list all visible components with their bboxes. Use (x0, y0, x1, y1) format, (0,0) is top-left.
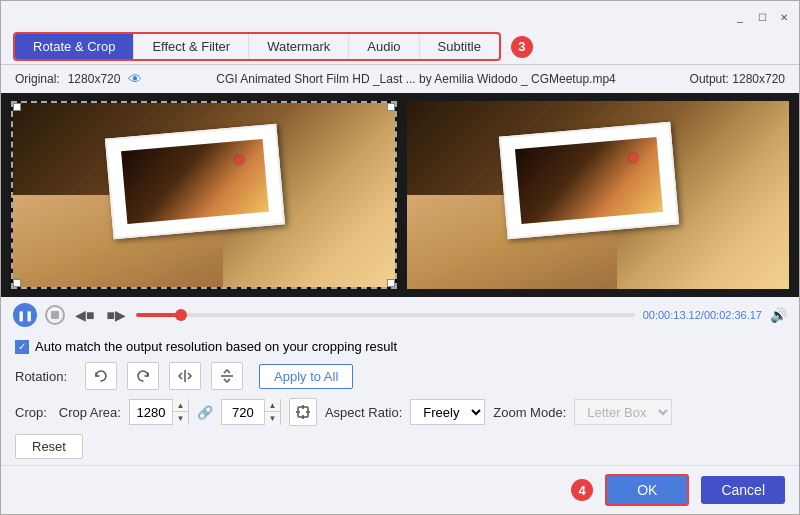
original-label: Original: (15, 72, 60, 86)
crop-handle-br[interactable] (387, 279, 395, 287)
time-display: 00:00:13.12/00:02:36.17 (643, 309, 762, 321)
step-badge-3: 3 (511, 36, 533, 58)
volume-icon[interactable]: 🔊 (770, 307, 787, 323)
aspect-label: Aspect Ratio: (325, 405, 402, 420)
crop-width-input-group: ▲ ▼ (129, 399, 189, 425)
tab-audio[interactable]: Audio (349, 34, 419, 59)
pause-button[interactable]: ❚❚ (13, 303, 37, 327)
output-res: 1280x720 (732, 72, 785, 86)
tab-group: Rotate & Crop Effect & Filter Watermark … (13, 32, 501, 61)
crop-height-input[interactable] (222, 400, 264, 424)
output-label: Output: (690, 72, 729, 86)
minimize-button[interactable]: ⎯ (733, 10, 747, 24)
close-button[interactable]: ✕ (777, 10, 791, 24)
crop-width-input[interactable] (130, 400, 172, 424)
crop-height-up[interactable]: ▲ (264, 399, 280, 412)
video-panel-left (11, 101, 397, 289)
crop-handle-tl[interactable] (13, 103, 21, 111)
crop-center-button[interactable] (289, 398, 317, 426)
progress-bar[interactable] (136, 313, 635, 317)
progress-thumb[interactable] (175, 309, 187, 321)
reset-button[interactable]: Reset (15, 434, 83, 459)
output-info: Output: 1280x720 (690, 72, 785, 86)
skip-forward-button[interactable]: ■▶ (104, 305, 127, 325)
crop-row: Crop: Crop Area: ▲ ▼ 🔗 ▲ ▼ (15, 398, 785, 426)
tab-rotate-crop[interactable]: Rotate & Crop (15, 34, 134, 59)
crop-height-down[interactable]: ▼ (264, 412, 280, 425)
flip-horizontal-button[interactable] (169, 362, 201, 390)
video-content-right (407, 101, 789, 289)
maximize-button[interactable]: ☐ (755, 10, 769, 24)
auto-match-checkbox[interactable]: ✓ (15, 340, 29, 354)
tab-watermark[interactable]: Watermark (249, 34, 349, 59)
cancel-button[interactable]: Cancel (701, 476, 785, 504)
tab-effect-filter[interactable]: Effect & Filter (134, 34, 249, 59)
auto-match-row: ✓ Auto match the output resolution based… (15, 339, 785, 354)
video-content-left (13, 103, 395, 287)
action-bar: 4 OK Cancel (1, 465, 799, 514)
reset-row: Reset (15, 434, 785, 459)
rotation-row: Rotation: (15, 362, 785, 390)
rotation-label: Rotation: (15, 369, 75, 384)
crop-width-up[interactable]: ▲ (172, 399, 188, 412)
crop-label: Crop: (15, 405, 47, 420)
crop-handle-bl[interactable] (13, 279, 21, 287)
info-bar: Original: 1280x720 👁 CGI Animated Short … (1, 65, 799, 93)
eye-icon[interactable]: 👁 (128, 71, 142, 87)
rotate-left-button[interactable] (85, 362, 117, 390)
crop-width-down[interactable]: ▼ (172, 412, 188, 425)
crop-height-input-group: ▲ ▼ (221, 399, 281, 425)
apply-all-button[interactable]: Apply to All (259, 364, 353, 389)
x-divider: 🔗 (197, 405, 213, 420)
file-name: CGI Animated Short Film HD _Last ... by … (142, 72, 689, 86)
flip-vertical-button[interactable] (211, 362, 243, 390)
original-info: Original: 1280x720 👁 (15, 71, 142, 87)
tab-subtitle[interactable]: Subtitle (420, 34, 499, 59)
playback-bar: ❚❚ ◀■ ■▶ 00:00:13.12/00:02:36.17 🔊 (1, 297, 799, 333)
step-badge-4: 4 (571, 479, 593, 501)
aspect-select[interactable]: Freely (410, 399, 485, 425)
zoom-label: Zoom Mode: (493, 405, 566, 420)
rotate-right-button[interactable] (127, 362, 159, 390)
crop-handle-tr[interactable] (387, 103, 395, 111)
skip-back-button[interactable]: ◀■ (73, 305, 96, 325)
video-panel-right (407, 101, 789, 289)
ok-button[interactable]: OK (605, 474, 689, 506)
original-res: 1280x720 (68, 72, 121, 86)
stop-button[interactable] (45, 305, 65, 325)
auto-match-label: Auto match the output resolution based o… (35, 339, 397, 354)
controls-panel: ✓ Auto match the output resolution based… (1, 333, 799, 465)
preview-area (1, 93, 799, 297)
title-bar: ⎯ ☐ ✕ (1, 1, 799, 29)
crop-area-label: Crop Area: (59, 405, 121, 420)
tab-bar: Rotate & Crop Effect & Filter Watermark … (1, 29, 799, 65)
zoom-select[interactable]: Letter Box (574, 399, 672, 425)
